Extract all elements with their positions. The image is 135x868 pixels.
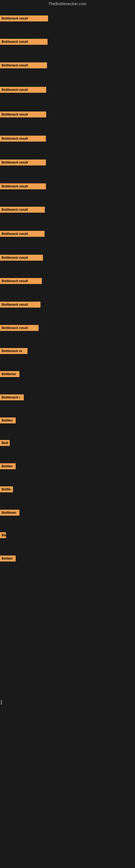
bottleneck-result-item[interactable]: Bottlenec <box>0 510 19 516</box>
bottleneck-result-item[interactable]: Bottle <box>0 486 13 492</box>
bottleneck-result-item[interactable]: Bottleneck result <box>0 87 46 93</box>
bottleneck-result-item[interactable]: Bottleneck result <box>0 135 46 142</box>
bottleneck-result-item[interactable]: Bottleneck result <box>0 231 45 237</box>
bottleneck-result-item[interactable]: Bo <box>0 532 6 538</box>
bottleneck-result-item[interactable]: Bottleneck result <box>0 255 43 261</box>
bottleneck-result-item[interactable]: Bottlen <box>0 556 16 561</box>
bottleneck-result-item[interactable]: Bottleneck result <box>0 112 46 118</box>
bottleneck-result-item[interactable]: Bottleneck result <box>0 159 46 165</box>
bottleneck-result-item[interactable]: Bottleneck r <box>0 394 24 400</box>
site-title: TheBottlenecker.com <box>0 0 135 8</box>
bottleneck-result-item[interactable]: Bottleneck result <box>0 302 41 308</box>
bottleneck-result-item[interactable]: Bottleneck result <box>0 16 48 22</box>
bottleneck-result-item[interactable]: Bottleneck result <box>0 39 48 45</box>
bottleneck-result-item[interactable]: Bottlen <box>0 463 16 469</box>
bottleneck-result-item[interactable]: Bottleneck result <box>0 183 46 189</box>
bottleneck-result-item[interactable]: Bottleneck re <box>0 348 28 354</box>
bottleneck-result-item[interactable]: Bottlen <box>0 417 16 424</box>
bottleneck-result-item[interactable]: Bottlenec <box>0 371 19 377</box>
text-cursor <box>1 700 2 705</box>
bottleneck-result-item[interactable]: Bottleneck result <box>0 325 39 331</box>
bottleneck-result-item[interactable]: Bott <box>0 440 10 446</box>
bottleneck-result-item[interactable]: Bottleneck result <box>0 207 45 213</box>
bottleneck-result-item[interactable]: Bottleneck result <box>0 62 47 68</box>
bottleneck-result-item[interactable]: Bottleneck result <box>0 278 42 284</box>
